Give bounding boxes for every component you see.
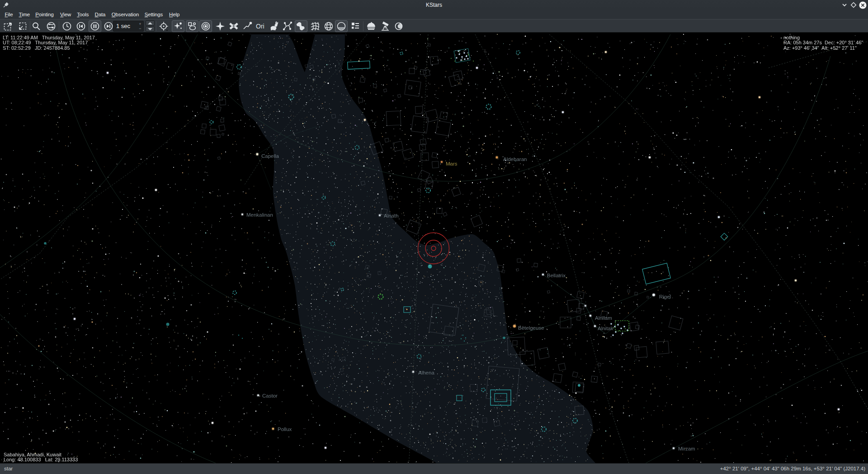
svg-text:Bellatrix: Bellatrix: [547, 273, 566, 278]
svg-text:Alnilam: Alnilam: [595, 315, 612, 321]
svg-text:Ori: Ori: [256, 23, 264, 30]
svg-text:Alnitak: Alnitak: [598, 326, 613, 331]
svg-text:Aldebaran: Aldebaran: [503, 156, 527, 162]
svg-text:Pollux: Pollux: [278, 427, 292, 432]
svg-text:Mars: Mars: [446, 161, 458, 166]
svg-text:Alhena: Alhena: [418, 370, 434, 375]
svg-text:Betelgeuse: Betelgeuse: [518, 325, 544, 331]
svg-text:Mirzam: Mirzam: [678, 446, 695, 451]
svg-text:Alnath: Alnath: [384, 213, 399, 218]
svg-text:Castor: Castor: [262, 393, 278, 398]
svg-text:Menkalinan: Menkalinan: [246, 212, 273, 218]
svg-text:Capella: Capella: [261, 153, 279, 159]
svg-text:Rigel: Rigel: [659, 294, 671, 299]
